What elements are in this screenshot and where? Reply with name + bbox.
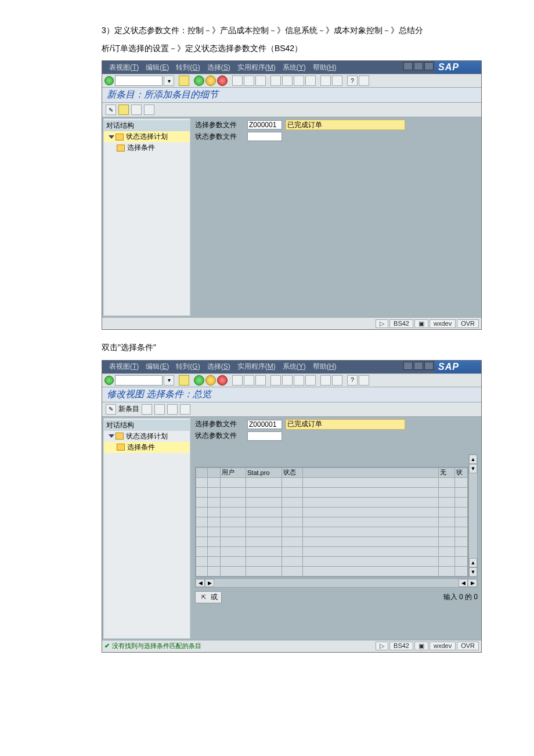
exit-icon[interactable] xyxy=(205,75,216,86)
menu-view[interactable]: 表视图(T) xyxy=(106,362,142,372)
exit-icon[interactable] xyxy=(205,375,216,386)
save-variant-icon[interactable] xyxy=(118,105,129,115)
delete-icon[interactable] xyxy=(154,404,165,415)
status-session-icon[interactable]: ▣ xyxy=(414,319,428,328)
scroll-up2-icon[interactable]: ▲ xyxy=(469,558,477,567)
back-icon[interactable] xyxy=(194,375,204,386)
menu-view[interactable]: 表视图(T) xyxy=(106,63,142,73)
layout-icon[interactable] xyxy=(359,75,369,86)
scroll-right2-icon[interactable]: ▶ xyxy=(468,579,477,587)
dropdown-icon[interactable]: ▾ xyxy=(164,75,174,86)
last-page-icon[interactable] xyxy=(305,375,316,386)
menu-edit[interactable]: 编辑(E) xyxy=(142,362,172,372)
table-row[interactable] xyxy=(196,517,468,527)
menu-utilities[interactable]: 实用程序(M) xyxy=(234,63,279,73)
prev-page-icon[interactable] xyxy=(282,375,293,386)
layout-icon[interactable] xyxy=(359,375,369,386)
table-row[interactable] xyxy=(196,566,468,576)
next-entry-icon[interactable] xyxy=(144,105,154,115)
find-icon[interactable] xyxy=(244,375,254,386)
table-row[interactable] xyxy=(196,497,468,507)
findnext-icon[interactable] xyxy=(255,75,266,86)
print-icon[interactable] xyxy=(232,375,243,386)
dropdown-icon[interactable]: ▾ xyxy=(164,375,174,386)
table-row[interactable] xyxy=(196,556,468,566)
back-icon[interactable] xyxy=(194,75,204,86)
command-field[interactable] xyxy=(115,375,163,386)
scroll-right-icon[interactable]: ▶ xyxy=(205,579,214,587)
menu-system[interactable]: 系统(Y) xyxy=(279,362,309,372)
table-control[interactable]: 用户 Stat.pro 状态 无 状 xyxy=(195,467,468,577)
table-row[interactable] xyxy=(196,527,468,537)
col-selector[interactable] xyxy=(196,467,208,477)
deselect-all-icon[interactable] xyxy=(180,404,190,415)
horizontal-scrollbar[interactable]: ◀ ▶ ◀ ▶ xyxy=(195,578,478,588)
new-session-icon[interactable] xyxy=(320,375,331,386)
expand-icon[interactable] xyxy=(109,434,114,438)
cancel-icon[interactable] xyxy=(217,375,228,386)
tree-node-status-plan[interactable]: 状态选择计划 xyxy=(104,431,190,442)
tree-leaf-select-cond[interactable]: 选择条件 xyxy=(104,442,190,453)
menu-utilities[interactable]: 实用程序(M) xyxy=(234,362,279,372)
find-icon[interactable] xyxy=(244,75,254,86)
window-controls[interactable] xyxy=(403,362,434,370)
vertical-scrollbar[interactable]: ▲ ▼ ▲ ▼ xyxy=(468,454,478,577)
save-icon[interactable] xyxy=(179,75,189,86)
col-blank[interactable] xyxy=(208,467,221,477)
menu-goto[interactable]: 转到(G) xyxy=(172,362,203,372)
help-icon[interactable]: ? xyxy=(347,375,358,386)
position-button[interactable]: ⇱ 或 xyxy=(195,591,222,603)
input-status-profile[interactable] xyxy=(247,132,282,141)
scroll-down2-icon[interactable]: ▼ xyxy=(469,567,477,577)
print-icon[interactable] xyxy=(232,75,243,86)
menu-select[interactable]: 选择(S) xyxy=(204,63,234,73)
scroll-left2-icon[interactable]: ◀ xyxy=(459,579,468,587)
table-row[interactable] xyxy=(196,537,468,546)
findnext-icon[interactable] xyxy=(255,375,266,386)
expand-icon[interactable] xyxy=(109,135,114,139)
enter-button[interactable] xyxy=(104,76,114,85)
prev-entry-icon[interactable] xyxy=(131,105,142,115)
shortcut-icon[interactable] xyxy=(332,375,342,386)
window-controls[interactable] xyxy=(403,62,434,70)
copy-icon[interactable] xyxy=(142,404,152,415)
first-page-icon[interactable] xyxy=(270,375,281,386)
col-user[interactable]: 用户 xyxy=(221,467,246,477)
status-session-icon[interactable]: ▣ xyxy=(414,642,428,650)
toggle-icon[interactable]: ✎ xyxy=(106,105,116,115)
tree-node-status-plan[interactable]: 状态选择计划 xyxy=(104,131,190,142)
table-row[interactable] xyxy=(196,546,468,556)
help-icon[interactable]: ? xyxy=(347,75,358,86)
last-page-icon[interactable] xyxy=(305,75,316,86)
table-row[interactable] xyxy=(196,487,468,497)
scroll-up-icon[interactable]: ▲ xyxy=(469,455,477,464)
next-page-icon[interactable] xyxy=(294,375,304,386)
new-session-icon[interactable] xyxy=(320,75,331,86)
col-status[interactable]: 状态 xyxy=(282,467,303,477)
menu-select[interactable]: 选择(S) xyxy=(204,362,234,372)
status-expand-icon[interactable]: ▷ xyxy=(376,319,388,328)
tree-leaf-select-cond[interactable]: 选择条件 xyxy=(104,142,190,153)
shortcut-icon[interactable] xyxy=(332,75,342,86)
save-icon[interactable] xyxy=(179,375,189,386)
toggle-icon[interactable]: ✎ xyxy=(106,404,116,415)
col-statpro[interactable]: Stat.pro xyxy=(246,467,282,477)
next-page-icon[interactable] xyxy=(294,75,304,86)
command-field[interactable] xyxy=(115,75,163,86)
col-none[interactable]: 无 xyxy=(439,467,455,477)
input-status-profile[interactable] xyxy=(247,431,282,441)
menu-help[interactable]: 帮助(H) xyxy=(309,63,340,73)
col-desc[interactable] xyxy=(303,467,439,477)
first-page-icon[interactable] xyxy=(270,75,281,86)
enter-button[interactable] xyxy=(104,376,114,385)
table-row[interactable] xyxy=(196,477,468,487)
col-stat2[interactable]: 状 xyxy=(455,467,468,477)
scroll-left-icon[interactable]: ◀ xyxy=(196,579,205,587)
status-expand-icon[interactable]: ▷ xyxy=(376,642,388,650)
select-all-icon[interactable] xyxy=(167,404,178,415)
cancel-icon[interactable] xyxy=(217,75,228,86)
input-select-profile[interactable]: Z000001 xyxy=(247,120,282,129)
menu-system[interactable]: 系统(Y) xyxy=(279,63,309,73)
menu-help[interactable]: 帮助(H) xyxy=(309,362,340,372)
prev-page-icon[interactable] xyxy=(282,75,293,86)
